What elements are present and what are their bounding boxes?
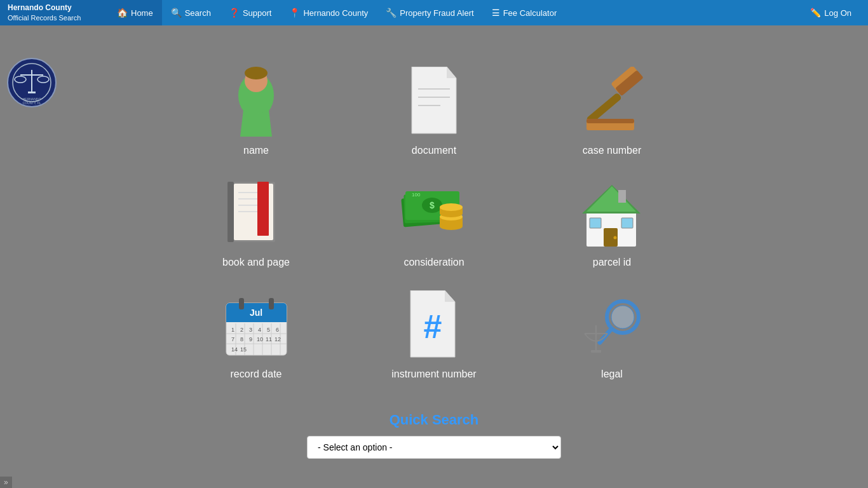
svg-text:12: 12	[275, 336, 281, 342]
record-date-icon-area: Jul 1 2	[218, 287, 294, 363]
quick-search-select[interactable]: - Select an option - Name Document Case …	[307, 436, 561, 459]
svg-text:COUNTY, FL: COUNTY, FL	[22, 101, 41, 105]
instrument-icon-area: #	[396, 287, 472, 363]
quick-search-title: Quick Search	[390, 412, 479, 428]
gavel-icon	[577, 67, 647, 137]
search-item-parcel-id[interactable]: parcel id	[542, 169, 682, 274]
nav-support[interactable]: ❓ Support	[220, 0, 281, 25]
svg-text:2: 2	[240, 327, 243, 333]
search-item-consideration[interactable]: $ 100 100 consideration	[364, 169, 504, 274]
search-item-legal[interactable]: legal	[542, 281, 682, 386]
svg-text:$: $	[430, 200, 435, 210]
search-item-consideration-label: consideration	[403, 257, 464, 268]
nav-county[interactable]: 📍 Hernando County	[280, 0, 377, 25]
svg-text:6: 6	[276, 327, 279, 333]
nav-county-label: Hernando County	[303, 8, 368, 18]
brand-title: Hernando County	[8, 3, 100, 13]
parcel-icon-area	[574, 175, 650, 252]
nav-right: ✏️ Log On	[801, 0, 868, 25]
document-icon-area	[396, 64, 472, 140]
brand: Hernando County Official Records Search	[0, 0, 108, 25]
nav-support-label: Support	[243, 8, 272, 18]
nav-fraud-alert[interactable]: 🔧 Property Fraud Alert	[377, 0, 482, 25]
svg-text:15: 15	[240, 346, 247, 353]
search-item-instrument-number[interactable]: # instrument number	[364, 281, 504, 386]
svg-point-47	[614, 236, 617, 240]
search-item-book-and-page[interactable]: book and page	[186, 169, 326, 274]
svg-text:3: 3	[249, 327, 252, 333]
svg-text:11: 11	[266, 336, 272, 342]
bottom-bar[interactable]: »	[0, 477, 12, 488]
brand-subtitle: Official Records Search	[8, 13, 100, 22]
main-content: name document	[0, 25, 868, 478]
search-item-parcel-label: parcel id	[593, 257, 631, 268]
svg-text:4: 4	[258, 327, 261, 333]
legal-icon-area	[574, 287, 650, 363]
nav-home[interactable]: 🏠 Home	[108, 0, 162, 25]
svg-rect-50	[618, 190, 626, 203]
location-icon: 📍	[289, 8, 300, 18]
case-number-icon-area	[574, 64, 650, 140]
nav-items: 🏠 Home 🔍 Search ❓ Support 📍 Hernando Cou…	[108, 0, 801, 25]
wrench-icon: 🔧	[386, 8, 397, 18]
document-icon	[405, 67, 463, 137]
search-item-book-label: book and page	[222, 257, 290, 268]
search-item-document-label: document	[412, 145, 456, 156]
book-icon	[224, 179, 288, 248]
nav-fee-calculator[interactable]: ☰ Fee Calculator	[483, 0, 566, 25]
svg-point-83	[611, 306, 634, 329]
svg-rect-48	[590, 218, 601, 228]
svg-rect-21	[587, 119, 634, 123]
hash-document-icon: #	[405, 290, 463, 360]
nav-search-label: Search	[185, 8, 211, 18]
name-icon-area	[218, 64, 294, 140]
bottom-bar-label: »	[4, 478, 8, 487]
search-item-legal-label: legal	[601, 369, 623, 380]
search-grid: name document	[186, 57, 682, 386]
nav-login[interactable]: ✏️ Log On	[801, 8, 860, 18]
scales-magnify-icon	[577, 290, 647, 360]
book-icon-area	[218, 175, 294, 252]
svg-rect-49	[621, 218, 633, 228]
search-item-case-number[interactable]: case number	[542, 57, 682, 163]
login-icon: ✏️	[810, 8, 821, 18]
logo-svg: HERNANDO COUNTY, FL	[6, 57, 57, 108]
nav-search[interactable]: 🔍 Search	[162, 0, 220, 25]
house-icon	[577, 179, 647, 248]
search-item-name[interactable]: name	[186, 57, 326, 163]
svg-rect-28	[257, 182, 269, 236]
svg-text:14: 14	[231, 346, 238, 353]
support-icon: ❓	[229, 8, 240, 18]
svg-rect-55	[239, 298, 244, 309]
svg-rect-87	[591, 350, 601, 353]
search-item-record-date[interactable]: Jul 1 2	[186, 281, 326, 386]
nav-fraud-label: Property Fraud Alert	[400, 8, 473, 18]
svg-point-42	[440, 203, 463, 211]
svg-text:8: 8	[240, 336, 243, 342]
svg-text:100: 100	[412, 192, 421, 198]
svg-text:Jul: Jul	[249, 308, 262, 318]
search-item-record-date-label: record date	[231, 369, 282, 380]
svg-rect-6	[28, 92, 36, 93]
svg-marker-45	[587, 186, 636, 212]
svg-rect-56	[269, 298, 274, 309]
svg-text:10: 10	[257, 336, 263, 342]
svg-rect-29	[227, 182, 234, 242]
money-icon: $ 100 100	[399, 179, 469, 248]
search-item-instrument-label: instrument number	[391, 369, 476, 380]
page-wrapper: HERNANDO COUNTY, FL	[0, 25, 868, 478]
person-icon	[224, 67, 288, 137]
nav-fee-label: Fee Calculator	[503, 8, 557, 18]
search-item-document[interactable]: document	[364, 57, 504, 163]
nav-home-label: Home	[131, 8, 153, 18]
svg-text:1: 1	[231, 327, 234, 333]
svg-text:5: 5	[267, 327, 270, 333]
logo-area: HERNANDO COUNTY, FL	[6, 57, 57, 111]
calendar-icon: Jul 1 2	[223, 290, 290, 360]
home-icon: 🏠	[117, 8, 128, 18]
svg-text:7: 7	[231, 336, 234, 342]
navbar: Hernando County Official Records Search …	[0, 0, 868, 25]
search-item-name-label: name	[243, 145, 269, 156]
search-nav-icon: 🔍	[171, 8, 182, 18]
svg-text:9: 9	[249, 336, 252, 342]
